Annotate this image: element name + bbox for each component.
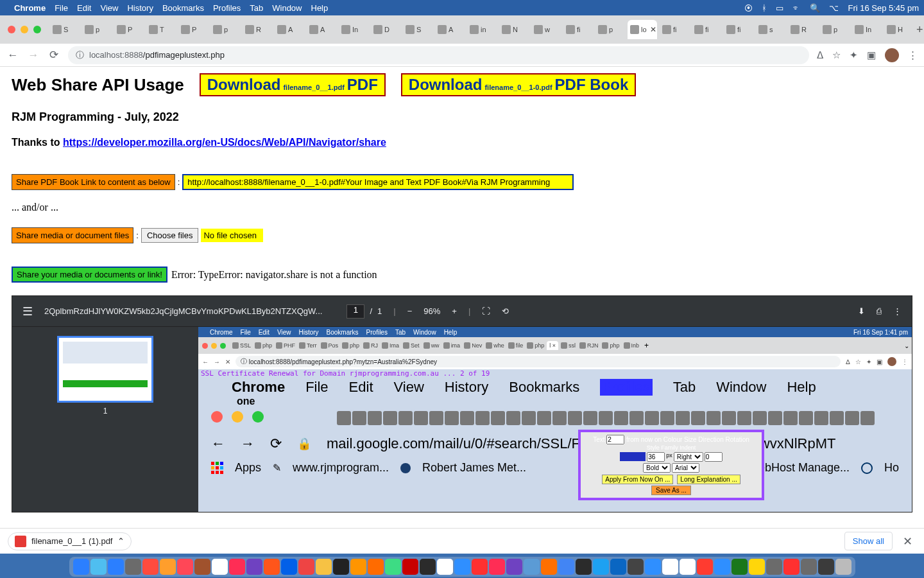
dock-app[interactable] — [506, 559, 522, 575]
bluetooth-icon[interactable]: ᚼ — [762, 3, 767, 13]
popup-text-num[interactable] — [606, 435, 624, 444]
dock-app[interactable] — [766, 559, 782, 575]
clock[interactable]: Fri 16 Sep 5:45 pm — [848, 3, 919, 13]
dock-app[interactable] — [402, 559, 418, 575]
dock-app[interactable] — [662, 559, 678, 575]
dock-app[interactable] — [350, 559, 366, 575]
tab[interactable]: fi — [660, 20, 689, 39]
tab[interactable]: p — [82, 20, 112, 39]
dock-app[interactable] — [281, 559, 297, 575]
dock-app[interactable] — [818, 559, 834, 575]
wifi-icon[interactable]: ᯤ — [792, 3, 801, 13]
pdf-more-icon[interactable]: ⋮ — [893, 306, 902, 316]
dock-app[interactable] — [558, 559, 574, 575]
tab[interactable]: A — [435, 20, 465, 39]
dock-app[interactable] — [714, 559, 730, 575]
record-icon[interactable]: ⦿ — [744, 3, 753, 13]
popup-size[interactable] — [647, 452, 665, 462]
fit-page-icon[interactable]: ⛶ — [482, 306, 490, 316]
profile-avatar[interactable] — [885, 48, 899, 62]
back-button[interactable]: ← — [6, 49, 19, 62]
chrome-menu-icon[interactable]: ⋮ — [908, 49, 918, 61]
dock-app[interactable] — [142, 559, 158, 575]
tab[interactable]: S — [50, 20, 80, 39]
menu-tab[interactable]: Tab — [250, 3, 263, 13]
popup-long-button[interactable]: Long Explanation ... — [677, 475, 740, 484]
dock-app[interactable] — [783, 559, 800, 575]
tab[interactable]: R — [788, 20, 817, 39]
window-minimize-icon[interactable] — [21, 26, 28, 33]
extensions-icon[interactable]: ✦ — [850, 49, 858, 61]
download-pdf-button[interactable]: Download filename_0__1.pdf PDF — [200, 73, 386, 96]
tab[interactable]: N — [499, 20, 529, 39]
tab[interactable]: fi — [563, 20, 593, 39]
site-info-icon[interactable]: ⓘ — [76, 49, 84, 61]
menu-help[interactable]: Help — [311, 3, 329, 13]
dock-app[interactable] — [593, 559, 609, 575]
tab[interactable]: p — [595, 20, 625, 39]
dock-app[interactable] — [524, 559, 540, 575]
dock-trash[interactable] — [835, 559, 851, 575]
dock-app[interactable] — [610, 559, 626, 575]
reload-button[interactable]: ⟳ — [47, 48, 60, 62]
dock-app[interactable] — [454, 559, 470, 575]
tab[interactable]: In — [852, 20, 882, 39]
tab[interactable]: R — [243, 20, 272, 39]
share-icon[interactable]: ᐃ — [817, 49, 823, 61]
menu-edit[interactable]: Edit — [77, 3, 91, 13]
dock-app[interactable] — [541, 559, 557, 575]
menu-history[interactable]: History — [127, 3, 153, 13]
dock-app[interactable] — [368, 559, 384, 575]
mdn-link[interactable]: https://developer.mozilla.org/en-US/docs… — [63, 137, 386, 148]
dock-app[interactable] — [749, 559, 765, 575]
dock-app[interactable] — [160, 559, 176, 575]
rotate-icon[interactable]: ⟲ — [502, 306, 509, 316]
chevron-up-icon[interactable]: ⌃ — [117, 536, 124, 546]
download-pdf-book-button[interactable]: Download filename_0__1-0.pdf PDF Book — [401, 73, 636, 96]
tab[interactable]: p — [210, 20, 240, 39]
dock-app[interactable] — [108, 559, 124, 575]
dock-app[interactable] — [489, 559, 505, 575]
download-chip[interactable]: filename_0__1 (1).pdf ⌃ — [8, 532, 132, 550]
print-icon[interactable]: ⎙ — [877, 306, 882, 316]
pdf-menu-icon[interactable]: ☰ — [22, 304, 33, 319]
popup-save-button[interactable]: Save As ... — [651, 486, 691, 495]
share-files-button[interactable]: Share media or document files — [12, 227, 133, 243]
choose-files-button[interactable]: Choose files — [141, 228, 199, 243]
dock-app[interactable] — [246, 559, 262, 575]
tab-active[interactable]: lo✕ — [628, 20, 657, 39]
battery-icon[interactable]: ▭ — [776, 3, 783, 13]
dock-app[interactable] — [229, 559, 245, 575]
zoom-out-button[interactable]: − — [407, 306, 413, 316]
dock-app[interactable] — [645, 559, 661, 575]
popup-weight[interactable]: Bold — [643, 463, 671, 473]
dock-app[interactable] — [437, 559, 453, 575]
download-icon[interactable]: ⬇ — [858, 306, 865, 316]
tab[interactable]: p — [820, 20, 850, 39]
dock-app[interactable] — [333, 559, 349, 575]
share-link-button[interactable]: Share PDF Book Link to content as below — [12, 174, 175, 190]
dock-app[interactable] — [801, 559, 817, 575]
dock-app[interactable] — [194, 559, 210, 575]
dock-app[interactable] — [316, 559, 332, 575]
menu-profiles[interactable]: Profiles — [213, 3, 241, 13]
tab[interactable]: s — [756, 20, 785, 39]
tab[interactable]: A — [275, 20, 304, 39]
menu-bookmarks[interactable]: Bookmarks — [162, 3, 204, 13]
dock-app[interactable] — [212, 559, 228, 575]
dock-app[interactable] — [732, 559, 748, 575]
dock-app[interactable] — [628, 559, 644, 575]
dock-app[interactable] — [420, 559, 436, 575]
show-all-downloads[interactable]: Show all — [844, 532, 893, 550]
address-bar[interactable]: ⓘ localhost:8888/pdfimageplustext.php — [68, 46, 809, 64]
zoom-in-button[interactable]: + — [452, 306, 457, 316]
control-center-icon[interactable]: ⌥ — [829, 3, 839, 13]
tab[interactable]: fi — [692, 20, 721, 39]
dock-app[interactable] — [697, 559, 713, 575]
dock-app[interactable] — [472, 559, 488, 575]
popup-font[interactable]: Arial — [672, 463, 699, 473]
dock-app[interactable] — [680, 559, 696, 575]
popup-direction[interactable]: Right — [674, 452, 703, 462]
tab[interactable]: A — [307, 20, 336, 39]
spotlight-icon[interactable]: 🔍 — [810, 3, 820, 13]
